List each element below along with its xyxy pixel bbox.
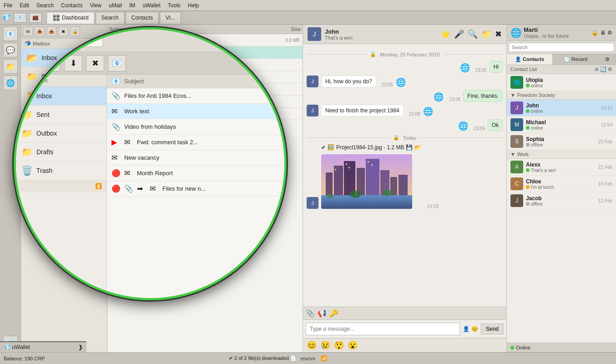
menu-umail[interactable]: uMail bbox=[109, 2, 122, 9]
date-divider-today: 🔒 Today bbox=[307, 135, 503, 141]
nav-btn-4[interactable]: 🌐 bbox=[3, 76, 18, 90]
header-settings-icon[interactable]: ⚙ bbox=[607, 30, 612, 36]
contact-sophia[interactable]: S Sophia offline 25 Feb bbox=[507, 133, 616, 150]
contact-john[interactable]: J John online 14:10 bbox=[507, 100, 616, 116]
zoom-folder-drafts[interactable]: 📁 Drafts bbox=[16, 143, 106, 162]
menu-view[interactable]: View bbox=[90, 2, 101, 9]
menu-search[interactable]: Search bbox=[36, 2, 54, 9]
contact-utopia[interactable]: 🌐 Utopia online bbox=[507, 74, 616, 91]
zoom-email-item-6[interactable]: 🔴 ✉ Month Report bbox=[107, 166, 284, 181]
tab-recent[interactable]: 🕐 Recent bbox=[553, 54, 599, 65]
message-ok: Ok 23:09 🌐 bbox=[307, 119, 503, 131]
zoom-email-icon-7: ✉ bbox=[150, 184, 160, 193]
contact-avatar-alexx: A bbox=[510, 161, 523, 173]
chat-key-icon[interactable]: 🔑 bbox=[329, 309, 338, 318]
svg-rect-13 bbox=[371, 164, 373, 166]
zoom-tool-send[interactable]: ⬇ bbox=[64, 55, 82, 71]
nav-btn-3[interactable]: 📁 bbox=[3, 59, 18, 74]
contacts-search-input[interactable] bbox=[509, 43, 614, 52]
chat-close-btn[interactable]: ✖ bbox=[495, 29, 502, 39]
send-btn[interactable]: 📤 bbox=[46, 26, 56, 36]
chat-text-input[interactable] bbox=[306, 323, 460, 335]
uwallet-bar: 💎 uWallet ❱ bbox=[0, 341, 86, 352]
menu-uwallet[interactable]: uWallet bbox=[142, 2, 161, 9]
emoji-4[interactable]: 😮 bbox=[348, 340, 358, 350]
contact-status-jacob: offline bbox=[526, 202, 596, 207]
chat-contact-name: John bbox=[325, 28, 353, 35]
contact-chloe[interactable]: C Chloe I'm at lunch 18 Feb bbox=[507, 176, 616, 192]
contact-list: 🌐 Utopia online ▼ Freedom Society J John bbox=[507, 74, 616, 343]
zoom-folder-sent[interactable]: 📁 Sent bbox=[16, 106, 106, 124]
delete-btn[interactable]: ✖ bbox=[58, 26, 68, 36]
zoom-tool-delete[interactable]: ✖ bbox=[86, 55, 104, 71]
header-screen-icon: 🖥 bbox=[600, 30, 606, 36]
contact-time-john: 14:10 bbox=[601, 106, 612, 111]
zoom-email-attach-7: 📎 bbox=[124, 184, 134, 193]
menu-tools[interactable]: Tools bbox=[168, 2, 181, 9]
contact-avatar-utopia: 🌐 bbox=[510, 76, 523, 89]
emoji-2[interactable]: 😢 bbox=[320, 340, 330, 350]
message-hi: Hi 23:05 🌐 bbox=[307, 61, 503, 73]
contact-avatar-sophia: S bbox=[510, 135, 523, 148]
emoji-3[interactable]: 😲 bbox=[334, 340, 344, 350]
current-user-status: Utopia - is the future bbox=[524, 33, 569, 39]
zoom-circle: ⬅ 🎛️ Dashboard ⬅ ➡ ⬇ ✖ 📧 📬 Mailbox bbox=[14, 27, 287, 300]
tab-settings[interactable]: ⚙ bbox=[599, 54, 616, 65]
zoom-folder-outbox[interactable]: 📁 Outbox bbox=[16, 124, 106, 143]
zoom-email-red-7: 🔴 bbox=[111, 184, 121, 193]
chat-input-area: 👤 😊 Send bbox=[303, 319, 506, 338]
contact-jacob[interactable]: J Jacob offline 12 Feb bbox=[507, 192, 616, 209]
message-image: J ✔ 🖼️ Project1984-15.jpg - 1.2 MB 💾 📂 bbox=[307, 144, 503, 209]
contact-time-alexx: 21 Feb bbox=[598, 165, 612, 170]
chat-send-button[interactable]: Send bbox=[481, 324, 504, 334]
chat-emoji-icon[interactable]: 😊 bbox=[471, 326, 478, 332]
chat-search-btn[interactable]: 🔍 bbox=[468, 29, 478, 39]
zoom-email-red-6: 🔴 bbox=[111, 169, 121, 177]
zoom-email-item-3[interactable]: 📎 Video from holidays bbox=[107, 119, 284, 135]
zoom-folder-trash[interactable]: 🗑️ Trash bbox=[16, 162, 106, 180]
balance-label: Balance: 190 CRP bbox=[4, 356, 45, 361]
chat-files-btn[interactable]: 📁 bbox=[481, 29, 491, 39]
chat-star-btn[interactable]: ⭐ bbox=[440, 29, 450, 39]
zoom-folder-list: 📂 Inbox 📁 Sent 📁 Outbox 📁 bbox=[16, 87, 106, 180]
tab-contacts-list[interactable]: 👤 Contacts bbox=[507, 54, 553, 65]
compose-btn[interactable]: ✉ bbox=[23, 26, 33, 36]
receive-btn[interactable]: 📥 bbox=[35, 26, 45, 36]
contact-michael[interactable]: M Michael online 12:54 bbox=[507, 116, 616, 133]
status-network-bars: 📶 bbox=[321, 355, 327, 361]
zoom-email-icon-1: 📎 bbox=[111, 91, 121, 100]
zoom-email-item-5[interactable]: ✉ New vacancy bbox=[107, 150, 284, 166]
zoom-tool-encrypt[interactable]: 📧 bbox=[108, 55, 126, 71]
current-user-name: Marti bbox=[524, 26, 569, 33]
menu-file[interactable]: File bbox=[4, 2, 12, 9]
nav-btn-2[interactable]: 💬 bbox=[3, 43, 18, 57]
tab-search[interactable]: Search bbox=[96, 12, 125, 24]
tab-contacts[interactable]: Contacts bbox=[126, 12, 159, 24]
contact-name-jacob: Jacob bbox=[526, 195, 596, 202]
chat-mic-icon[interactable]: 📢 bbox=[318, 309, 327, 318]
zoom-content: ⬅ 🎛️ Dashboard ⬅ ➡ ⬇ ✖ 📧 📬 Mailbox bbox=[16, 30, 284, 298]
menu-im[interactable]: IM bbox=[129, 2, 135, 9]
zoom-email-item-4[interactable]: ▶ ✉ Fwd: comment task 2... bbox=[107, 135, 284, 150]
zoom-email-item-1[interactable]: 📎 Files for Anti 1984 Ecos... bbox=[107, 88, 284, 104]
contact-alexx[interactable]: A Alexx That's a win! 21 Feb bbox=[507, 159, 616, 176]
menu-contacts[interactable]: Contacts bbox=[61, 2, 82, 9]
zoom-email-item-2[interactable]: ✉ Work text bbox=[107, 104, 284, 119]
svg-rect-14 bbox=[335, 169, 336, 170]
contact-avatar-michael: M bbox=[510, 118, 523, 131]
contact-name-utopia: Utopia bbox=[526, 77, 612, 83]
zoom-collapse-btn[interactable]: ⏫ bbox=[95, 183, 102, 189]
chat-voice-btn[interactable]: 🎤 bbox=[454, 29, 464, 39]
tab-vi[interactable]: Vi... bbox=[160, 12, 181, 24]
chat-attachment-icon[interactable]: 📎 bbox=[306, 309, 315, 318]
zoom-email-item-7[interactable]: 🔴 📎 ➡ ✉ Files for new n... bbox=[107, 181, 284, 197]
chat-image bbox=[321, 154, 412, 209]
emoji-1[interactable]: 😊 bbox=[307, 340, 317, 350]
nav-btn-1[interactable]: 📧 bbox=[3, 26, 18, 41]
msg-avatar-john-2: J bbox=[307, 105, 318, 116]
contact-avatar-jacob: J bbox=[510, 194, 523, 207]
encrypt-btn[interactable]: 🔒 bbox=[70, 26, 80, 36]
menu-edit[interactable]: Edit bbox=[20, 2, 29, 9]
menu-help[interactable]: Help bbox=[188, 2, 199, 9]
tab-dashboard[interactable]: 🎛️ Dashboard bbox=[46, 12, 95, 24]
